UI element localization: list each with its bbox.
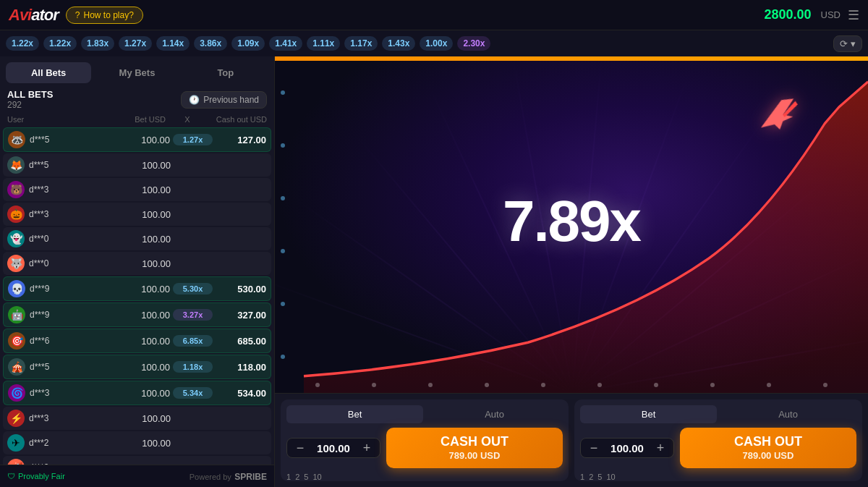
mult-badge-13[interactable]: 2.30x bbox=[457, 36, 490, 51]
decrease-amount-1[interactable]: − bbox=[293, 441, 307, 454]
quick-amt-b2[interactable]: 2 bbox=[589, 473, 593, 481]
user-name: d***3 bbox=[30, 388, 119, 398]
history-icon: ⟳ bbox=[840, 38, 848, 49]
table-row: 🚀 d***2 100.00 bbox=[3, 456, 271, 465]
mult-badge-6[interactable]: 3.86x bbox=[194, 36, 227, 51]
multiplier-pill bbox=[174, 262, 213, 265]
history-button[interactable]: ⟳ ▾ bbox=[833, 35, 862, 52]
user-name: d***9 bbox=[30, 284, 119, 294]
multiplier-pill: 3.27x bbox=[173, 309, 213, 321]
bet-tab-auto-2[interactable]: Auto bbox=[720, 405, 856, 423]
multiplier-pill bbox=[174, 417, 213, 420]
balance-amount: 2800.00 bbox=[764, 7, 811, 22]
mult-badge-9[interactable]: 1.11x bbox=[307, 36, 340, 51]
quick-amt-b10[interactable]: 10 bbox=[606, 473, 615, 481]
tab-my-bets[interactable]: My Bets bbox=[94, 62, 179, 83]
mult-badge-12[interactable]: 1.00x bbox=[420, 36, 453, 51]
quick-amt-b5[interactable]: 5 bbox=[597, 473, 602, 481]
mult-badge-2[interactable]: 1.22x bbox=[43, 36, 77, 51]
decrease-amount-2[interactable]: − bbox=[587, 441, 601, 454]
cashout-amount: 530.00 bbox=[216, 284, 266, 295]
dot bbox=[485, 383, 489, 387]
how-to-play-button[interactable]: ? How to play? bbox=[66, 7, 143, 24]
cashout-amount: 118.00 bbox=[216, 362, 266, 373]
table-row: 🎯 d***6 100.00 6.85x 685.00 bbox=[3, 329, 271, 353]
avatar: 🎪 bbox=[8, 358, 25, 376]
bets-count: 292 bbox=[7, 100, 53, 110]
mult-badge-3[interactable]: 1.83x bbox=[81, 36, 114, 51]
bet-amount: 100.00 bbox=[119, 135, 170, 145]
mult-badge-4[interactable]: 1.27x bbox=[119, 36, 152, 51]
bet-amount: 100.00 bbox=[120, 438, 171, 449]
y-axis-dots bbox=[281, 90, 285, 360]
cash-out-main-1: CASH OUT bbox=[392, 433, 557, 450]
increase-amount-2[interactable]: + bbox=[653, 441, 668, 454]
bet-tab-auto-1[interactable]: Auto bbox=[426, 405, 563, 423]
mult-badge-11[interactable]: 1.43x bbox=[382, 36, 415, 51]
dot bbox=[315, 383, 320, 387]
powered-by: Powered by SPRIBE bbox=[190, 470, 267, 483]
quick-amt-b1[interactable]: 1 bbox=[580, 473, 584, 481]
cash-out-button-2[interactable]: CASH OUT 789.00 USD bbox=[680, 428, 856, 468]
menu-icon[interactable]: ☰ bbox=[848, 7, 859, 23]
user-name: d***3 bbox=[29, 413, 120, 423]
bet-amount: 100.00 bbox=[120, 234, 171, 245]
avatar: 💀 bbox=[8, 280, 25, 297]
table-row: 🎪 d***5 100.00 1.18x 118.00 bbox=[3, 355, 271, 379]
quick-amt-2[interactable]: 2 bbox=[295, 473, 299, 481]
dot bbox=[823, 383, 827, 387]
mult-badge-10[interactable]: 1.17x bbox=[344, 36, 378, 51]
avatar: 🐻 bbox=[7, 181, 25, 198]
tab-top[interactable]: Top bbox=[183, 62, 268, 83]
user-name: d***5 bbox=[30, 362, 119, 372]
balance-area: 2800.00 USD ☰ bbox=[764, 7, 859, 23]
bets-columns: User Bet USD X Cash out USD bbox=[0, 113, 274, 126]
bet-amount: 100.00 bbox=[120, 258, 171, 269]
bet-tab-bet-1[interactable]: Bet bbox=[286, 405, 423, 423]
quick-amt-1[interactable]: 1 bbox=[286, 473, 291, 481]
bet-amount: 100.00 bbox=[120, 413, 171, 424]
mult-badge-7[interactable]: 1.09x bbox=[231, 36, 265, 51]
table-row: 🦊 d***5 100.00 bbox=[3, 153, 271, 177]
multiplier-pill: 1.18x bbox=[173, 361, 213, 373]
dot bbox=[710, 383, 715, 387]
previous-hand-button[interactable]: 🕐 Previous hand bbox=[181, 91, 267, 109]
table-row: 🐺 d***0 100.00 bbox=[3, 252, 271, 275]
dots-row bbox=[275, 383, 868, 387]
user-name: d***0 bbox=[29, 234, 120, 244]
top-bar: Aviator ? How to play? 2800.00 USD ☰ bbox=[0, 0, 868, 30]
bet-amount: 100.00 bbox=[119, 362, 170, 373]
bet-controls-1: − 100.00 + CASH OUT 789.00 USD bbox=[286, 428, 563, 468]
dot bbox=[654, 383, 658, 387]
question-icon: ? bbox=[75, 10, 80, 20]
mult-badge-5[interactable]: 1.14x bbox=[156, 36, 190, 51]
multiplier-pill: 1.27x bbox=[173, 134, 213, 145]
bets-list: 🦝 d***5 100.00 1.27x 127.00 🦊 d***5 100.… bbox=[0, 126, 274, 465]
multiplier-pill bbox=[174, 213, 213, 216]
increase-amount-1[interactable]: + bbox=[359, 441, 374, 454]
table-row: 👻 d***0 100.00 bbox=[3, 227, 271, 250]
col-x-header: X bbox=[166, 115, 209, 124]
bet-tab-bet-2[interactable]: Bet bbox=[580, 405, 717, 423]
table-row: 🐻 d***3 100.00 bbox=[3, 178, 271, 201]
shield-icon: 🛡 bbox=[7, 472, 15, 480]
logo-area: Aviator ? How to play? bbox=[9, 6, 143, 25]
tabs-row: All Bets My Bets Top bbox=[0, 56, 274, 83]
bet-section-1: Bet Auto − 100.00 + CASH OUT 789.00 USD bbox=[281, 399, 569, 481]
quick-amt-5[interactable]: 5 bbox=[304, 473, 308, 481]
tab-all-bets[interactable]: All Bets bbox=[6, 62, 91, 83]
quick-amt-10[interactable]: 10 bbox=[312, 473, 321, 481]
avatar: 🦝 bbox=[8, 131, 25, 148]
avatar: 🤖 bbox=[8, 306, 25, 323]
col-cashout-header: Cash out USD bbox=[209, 115, 267, 124]
col-bet-header: Bet USD bbox=[108, 115, 166, 124]
mult-badge-8[interactable]: 1.41x bbox=[269, 36, 302, 51]
avatar: 🐺 bbox=[7, 255, 25, 272]
dot bbox=[767, 383, 771, 387]
mult-badge-1[interactable]: 1.22x bbox=[6, 36, 39, 51]
cash-out-button-1[interactable]: CASH OUT 789.00 USD bbox=[386, 428, 563, 468]
avatar: 🎃 bbox=[7, 206, 25, 223]
bet-amount: 100.00 bbox=[120, 185, 171, 195]
cash-out-main-2: CASH OUT bbox=[686, 433, 851, 450]
table-row: 🤖 d***9 100.00 3.27x 327.00 bbox=[3, 302, 271, 327]
